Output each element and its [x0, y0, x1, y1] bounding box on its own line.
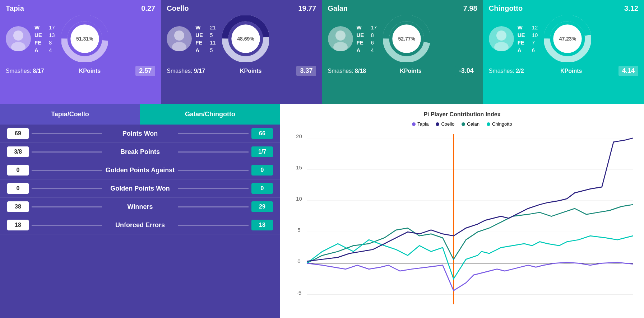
right-golden-won: 0 — [251, 183, 273, 194]
legend-label-tapia: Tapia — [417, 121, 428, 127]
player-body-tapia: W17 UE13 FE8 A4 51.31% — [6, 15, 155, 62]
smashes-tapia: Smashes: 8/17 — [6, 68, 44, 74]
player-card-chingotto: Chingotto 3.12 W12 UE10 FE7 A6 — [483, 0, 644, 104]
left-golden-won: 0 — [7, 183, 29, 194]
right-golden-against: 0 — [251, 165, 273, 176]
bar-right-unforced-errors — [178, 225, 249, 226]
smashes-coello: Smashes: 9/17 — [167, 68, 205, 74]
smashes-galan: Smashes: 8/18 — [328, 68, 366, 74]
svg-text:5: 5 — [297, 227, 300, 233]
chart-area: 20 15 10 5 0 -5 — [287, 130, 637, 318]
player-header-coello: Coello 19.77 — [167, 4, 316, 13]
stats-row-golden-against: 0 Golden Points Against 0 — [0, 161, 280, 179]
player-card-coello: Coello 19.77 W21 UE5 FE11 A5 — [161, 0, 322, 104]
bar-right-break-points — [178, 151, 249, 153]
donut-pct-coello: 48.69% — [237, 36, 254, 42]
donut-pct-tapia: 51.31% — [76, 36, 93, 42]
stats-row-break-points: 3/8 Break Points 1/7 — [0, 143, 280, 161]
kpoints-label-chingotto: KPoints — [560, 68, 582, 74]
legend-label-galan: Galan — [467, 121, 479, 127]
player-footer-coello: Smashes: 9/17 KPoints 3.37 — [167, 66, 316, 76]
player-name-coello: Coello — [167, 4, 189, 13]
legend-label-chingotto: Chingotto — [492, 121, 512, 127]
left-points-won: 69 — [7, 128, 29, 139]
bar-left-points-won — [32, 133, 102, 134]
bar-left-break-points — [32, 151, 102, 153]
svg-text:10: 10 — [296, 196, 302, 202]
svg-text:20: 20 — [296, 133, 302, 139]
donut-pct-chingotto: 47.23% — [559, 36, 576, 42]
label-winners: Winners — [105, 203, 175, 211]
svg-point-13 — [335, 31, 346, 41]
chart-svg: 20 15 10 5 0 -5 — [287, 130, 637, 318]
player-header-chingotto: Chingotto 3.12 — [489, 4, 638, 13]
svg-point-1 — [13, 31, 23, 41]
right-unforced-errors: 18 — [251, 220, 273, 230]
player-score-tapia: 0.27 — [141, 4, 155, 13]
avatar-galan — [328, 26, 353, 51]
donut-tapia: 51.31% — [61, 15, 108, 62]
left-unforced-errors: 18 — [7, 220, 29, 230]
player-score-coello: 19.77 — [298, 4, 316, 13]
left-winners: 38 — [7, 201, 29, 212]
label-break-points: Break Points — [105, 148, 175, 156]
bar-right-golden-won — [178, 188, 249, 189]
player-body-coello: W21 UE5 FE11 A5 48.69% — [167, 15, 316, 62]
legend-label-coello: Coello — [441, 121, 454, 127]
avatar-chingotto — [489, 26, 514, 51]
legend-galan: Galan — [462, 121, 479, 127]
player-name-galan: Galan — [328, 4, 348, 13]
stats-table-galan: W17 UE8 FE6 A4 — [357, 24, 377, 53]
kpoints-label-tapia: KPoints — [79, 68, 101, 74]
bar-left-golden-against — [32, 170, 102, 171]
stats-row-points-won: 69 Points Won 66 — [0, 125, 280, 143]
donut-chingotto: 47.23% — [544, 15, 591, 62]
kpoints-value-tapia: 2.57 — [135, 66, 155, 76]
label-golden-won: Golden Points Won — [105, 185, 175, 192]
chart-title: Pi Player Contribution Index — [287, 111, 637, 118]
player-footer-galan: Smashes: 8/18 KPoints -3.04 — [328, 66, 477, 76]
kpoints-label-coello: KPoints — [240, 68, 261, 74]
player-footer-tapia: Smashes: 8/17 KPoints 2.57 — [6, 66, 155, 76]
kpoints-value-chingotto: 4.14 — [618, 66, 638, 76]
legend-tapia: Tapia — [412, 121, 428, 127]
donut-coello: 48.69% — [222, 15, 269, 62]
player-footer-chingotto: Smashes: 2/2 KPoints 4.14 — [489, 66, 638, 76]
stats-table-chingotto: W12 UE10 FE7 A6 — [518, 24, 538, 53]
svg-point-19 — [496, 31, 506, 41]
player-name-tapia: Tapia — [6, 4, 24, 13]
legend-coello: Coello — [436, 121, 454, 127]
right-winners: 29 — [251, 201, 273, 212]
bar-left-golden-won — [32, 188, 102, 189]
player-card-tapia: Tapia 0.27 W17 UE13 FE8 A4 — [0, 0, 161, 104]
smashes-chingotto: Smashes: 2/2 — [489, 68, 524, 74]
kpoints-value-galan: -3.04 — [455, 66, 477, 76]
legend-dot-chingotto — [487, 122, 490, 126]
legend-chingotto: Chingotto — [487, 121, 512, 127]
bar-right-points-won — [178, 133, 249, 134]
player-score-galan: 7.98 — [463, 4, 477, 13]
player-card-galan: Galan 7.98 W17 UE8 FE6 A4 — [322, 0, 483, 104]
left-break-points: 3/8 — [7, 146, 29, 157]
stats-table-tapia: W17 UE13 FE8 A4 — [34, 24, 55, 53]
svg-point-7 — [174, 31, 184, 41]
player-body-chingotto: W12 UE10 FE7 A6 47.23% — [489, 15, 638, 62]
bar-left-unforced-errors — [32, 225, 102, 226]
stats-row-golden-won: 0 Golden Points Won 0 — [0, 179, 280, 198]
legend-dot-galan — [462, 122, 465, 126]
stats-table-coello: W21 UE5 FE11 A5 — [195, 24, 216, 53]
label-unforced-errors: Unforced Errors — [105, 221, 175, 229]
svg-text:0: 0 — [297, 258, 300, 264]
player-body-galan: W17 UE8 FE6 A4 52.77% — [328, 15, 477, 62]
player-score-chingotto: 3.12 — [624, 4, 638, 13]
legend-dot-coello — [436, 122, 439, 126]
team-left-header: Tapia/Coello — [0, 104, 140, 125]
donut-galan: 52.77% — [383, 15, 430, 62]
right-break-points: 1/7 — [251, 146, 273, 157]
bar-right-winners — [178, 206, 249, 207]
donut-pct-galan: 52.77% — [398, 36, 415, 42]
team-right-header: Galan/Chingotto — [140, 104, 280, 125]
svg-text:-5: -5 — [297, 290, 301, 296]
stats-header: Tapia/Coello Galan/Chingotto — [0, 104, 280, 125]
kpoints-label-galan: KPoints — [400, 68, 421, 74]
